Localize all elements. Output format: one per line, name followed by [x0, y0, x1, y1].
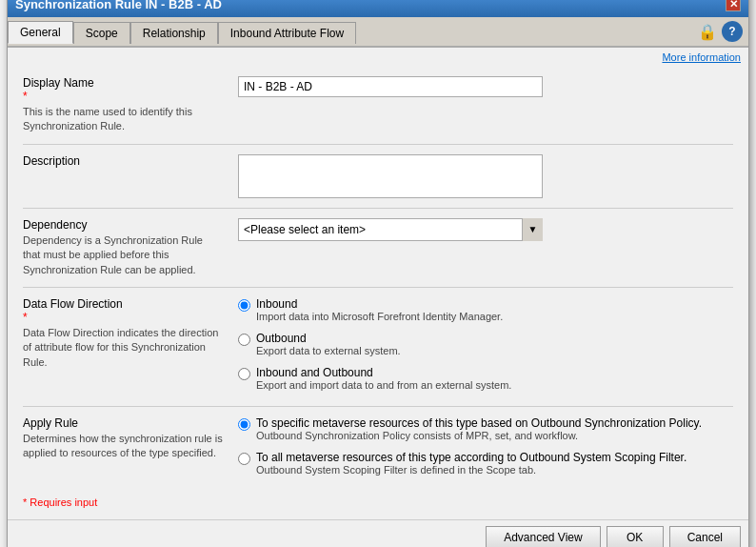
radio-inbound-outbound-desc: Export and import data to and from an ex…	[256, 379, 511, 391]
advanced-view-button[interactable]: Advanced View	[486, 526, 601, 547]
radio-inbound: Inbound Import data into Microsoft Foref…	[238, 297, 733, 322]
dependency-content: <Please select an item> ▼	[238, 218, 733, 277]
dependency-section: Dependency Dependency is a Synchronizati…	[23, 209, 733, 288]
radio-inbound-outbound-label: Inbound and Outbound	[256, 366, 511, 379]
data-flow-required: *	[23, 311, 28, 324]
display-name-required: *	[23, 90, 28, 103]
data-flow-label-area: Data Flow Direction * Data Flow Directio…	[23, 297, 223, 396]
data-flow-section: Data Flow Direction * Data Flow Directio…	[23, 288, 733, 407]
radio-inbound-input[interactable]	[238, 299, 250, 312]
help-icon[interactable]: ?	[722, 21, 743, 42]
apply-rule-title: Apply Rule	[23, 416, 223, 430]
radio-all-label: To all metaverse resources of this type …	[256, 451, 686, 464]
radio-all-input[interactable]	[238, 453, 250, 465]
description-content	[238, 154, 733, 198]
dependency-desc: Dependency is a Synchronization Rule tha…	[23, 233, 223, 277]
display-name-desc: This is the name used to identify this S…	[23, 105, 223, 134]
display-name-input[interactable]	[238, 76, 543, 97]
content-area: Display Name * This is the name used to …	[8, 67, 748, 519]
display-name-content	[238, 76, 733, 134]
apply-rule-content: To specific metaverse resources of this …	[238, 416, 733, 481]
apply-rule-section: Apply Rule Determines how the synchroniz…	[23, 407, 733, 491]
apply-rule-desc: Determines how the synchronization rule …	[23, 432, 223, 461]
radio-outbound-label: Outbound	[256, 332, 401, 345]
close-button[interactable]: ✕	[726, 0, 741, 11]
radio-inbound-desc: Import data into Microsoft Forefront Ide…	[256, 311, 503, 322]
ok-button[interactable]: OK	[607, 526, 664, 547]
tabs-bar: General Scope Relationship Inbound Attri…	[8, 17, 748, 48]
description-section: Description	[23, 145, 733, 209]
display-name-section: Display Name * This is the name used to …	[23, 67, 733, 145]
toolbar-icons: 🔒 ?	[691, 17, 748, 46]
description-title: Description	[23, 154, 223, 168]
star-icon[interactable]: 🔒	[697, 21, 718, 42]
dependency-select-wrapper: <Please select an item> ▼	[238, 218, 543, 241]
radio-outbound-input[interactable]	[238, 334, 250, 346]
description-input[interactable]	[238, 154, 543, 198]
dependency-title: Dependency	[23, 218, 223, 232]
description-label-area: Description	[23, 154, 223, 198]
radio-all: To all metaverse resources of this type …	[238, 451, 733, 476]
title-bar: Synchronization Rule IN - B2B - AD ✕	[8, 0, 748, 17]
tab-general[interactable]: General	[8, 21, 73, 44]
dialog: Synchronization Rule IN - B2B - AD ✕ Gen…	[7, 0, 749, 547]
dialog-title: Synchronization Rule IN - B2B - AD	[15, 0, 222, 11]
requires-input-notice: * Requires input	[23, 491, 733, 512]
display-name-title: Display Name	[23, 76, 94, 90]
footer: Advanced View OK Cancel	[8, 519, 748, 547]
radio-all-desc: Outbound System Scoping Filter is define…	[256, 464, 686, 476]
tab-relationship[interactable]: Relationship	[130, 22, 218, 44]
dependency-label-area: Dependency Dependency is a Synchronizati…	[23, 218, 223, 277]
more-information-link[interactable]: More information	[8, 48, 748, 67]
radio-specific-label: To specific metaverse resources of this …	[256, 416, 702, 430]
apply-rule-label-area: Apply Rule Determines how the synchroniz…	[23, 416, 223, 481]
tab-inbound-attribute-flow[interactable]: Inbound Attribute Flow	[218, 22, 356, 44]
data-flow-content: Inbound Import data into Microsoft Foref…	[238, 297, 733, 396]
radio-inbound-outbound: Inbound and Outbound Export and import d…	[238, 366, 733, 391]
radio-specific: To specific metaverse resources of this …	[238, 416, 733, 441]
radio-inbound-label: Inbound	[256, 297, 503, 311]
display-name-label-area: Display Name * This is the name used to …	[23, 76, 223, 134]
radio-outbound-desc: Export data to external system.	[256, 345, 401, 356]
dependency-select[interactable]: <Please select an item>	[238, 218, 543, 241]
data-flow-title: Data Flow Direction	[23, 297, 123, 311]
radio-outbound: Outbound Export data to external system.	[238, 332, 733, 356]
radio-specific-input[interactable]	[238, 418, 250, 431]
radio-specific-desc: Outbound Synchronization Policy consists…	[256, 430, 702, 441]
cancel-button[interactable]: Cancel	[669, 526, 741, 547]
tab-scope[interactable]: Scope	[73, 22, 130, 44]
radio-inbound-outbound-input[interactable]	[238, 368, 250, 380]
data-flow-desc: Data Flow Direction indicates the direct…	[23, 326, 223, 370]
